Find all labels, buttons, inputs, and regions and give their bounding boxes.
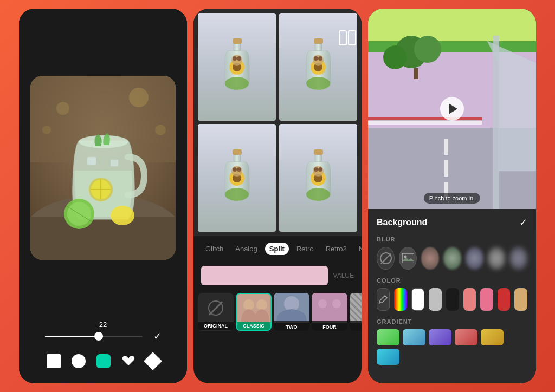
shape-toolbar bbox=[30, 350, 176, 373]
blur-level-4-button[interactable] bbox=[488, 247, 506, 270]
svg-point-54 bbox=[256, 299, 267, 310]
grid-cell-2 bbox=[279, 13, 357, 121]
svg-point-25 bbox=[237, 56, 241, 61]
svg-point-40 bbox=[233, 167, 237, 172]
gradient-green-button[interactable] bbox=[377, 329, 399, 345]
filter-tab-retro[interactable]: Retro bbox=[292, 243, 318, 255]
background-title: Background bbox=[377, 218, 427, 227]
preset-original-button[interactable]: ORIGINAL bbox=[198, 293, 234, 331]
shape-heart-button[interactable] bbox=[121, 354, 135, 368]
svg-point-49 bbox=[318, 167, 322, 172]
grid-cell-4 bbox=[279, 124, 357, 232]
circle-icon bbox=[72, 354, 86, 368]
value-row: VALUE bbox=[193, 262, 362, 290]
svg-point-32 bbox=[314, 56, 318, 61]
gradient-red-button[interactable] bbox=[455, 329, 477, 345]
split-view-icon[interactable] bbox=[339, 30, 356, 45]
pinch-hint: Pinch to zoom in. bbox=[424, 193, 480, 204]
value-label: VALUE bbox=[333, 272, 354, 279]
preset-two-button[interactable]: TWO bbox=[274, 293, 309, 331]
bottle-svg-4 bbox=[301, 148, 336, 208]
slider-thumb[interactable] bbox=[94, 332, 103, 341]
shape-rounded-button[interactable] bbox=[96, 354, 111, 368]
svg-point-75 bbox=[404, 256, 406, 258]
preset-classic-label: CLASSIC bbox=[237, 322, 270, 330]
shape-square-button[interactable] bbox=[47, 354, 61, 368]
main-photo bbox=[30, 76, 176, 260]
blur-level-2-button[interactable] bbox=[443, 247, 461, 270]
svg-rect-67 bbox=[493, 36, 499, 209]
filter-tab-netting[interactable]: Netting bbox=[354, 243, 362, 255]
edit-pen-icon bbox=[378, 295, 388, 304]
svg-point-24 bbox=[233, 56, 237, 61]
value-bar[interactable] bbox=[201, 266, 328, 285]
gradient-section-label: GRADIENT bbox=[377, 318, 527, 325]
blur-level-5-button[interactable] bbox=[509, 247, 527, 270]
gradient-cyan-button[interactable] bbox=[377, 349, 399, 365]
color-black-button[interactable] bbox=[446, 288, 459, 311]
blur-section-label: BLUR bbox=[377, 236, 527, 243]
filter-tab-glitch[interactable]: Glitch bbox=[201, 243, 228, 255]
gradient-blue-button[interactable] bbox=[403, 329, 425, 345]
color-edit-button[interactable] bbox=[377, 288, 390, 311]
bottle-svg-3 bbox=[220, 148, 255, 208]
svg-rect-73 bbox=[368, 121, 482, 125]
color-gray-button[interactable] bbox=[429, 288, 442, 311]
background-confirm-button[interactable]: ✓ bbox=[519, 217, 527, 228]
play-icon bbox=[449, 103, 457, 114]
right-panel: Pinch to zoom in. Background ✓ BLUR bbox=[368, 9, 536, 383]
slider-track[interactable] bbox=[45, 336, 143, 337]
shape-circle-button[interactable] bbox=[72, 354, 86, 368]
play-button[interactable] bbox=[440, 97, 464, 121]
shape-diamond-button[interactable] bbox=[146, 355, 159, 368]
svg-point-53 bbox=[243, 299, 254, 310]
color-section-label: COLOR bbox=[377, 277, 527, 284]
svg-rect-51 bbox=[349, 31, 356, 45]
color-red-button[interactable] bbox=[498, 288, 511, 311]
preset-original-label: ORIGINAL bbox=[198, 322, 234, 330]
color-tan-button[interactable] bbox=[514, 288, 527, 311]
preset-classic-button[interactable]: CLASSIC bbox=[236, 293, 272, 331]
video-preview: Pinch to zoom in. bbox=[368, 9, 536, 209]
slider-confirm-button[interactable]: ✓ bbox=[153, 330, 162, 342]
svg-point-47 bbox=[313, 166, 324, 177]
gradient-yellow-button[interactable] bbox=[481, 329, 504, 345]
image-icon bbox=[402, 253, 414, 263]
svg-point-36 bbox=[225, 188, 249, 201]
color-rainbow-button[interactable] bbox=[394, 288, 407, 311]
svg-point-31 bbox=[313, 55, 324, 66]
svg-rect-72 bbox=[368, 117, 482, 120]
preset-four-button[interactable]: FOUR bbox=[312, 293, 347, 331]
preset-two-label: TWO bbox=[274, 323, 309, 331]
svg-rect-27 bbox=[314, 38, 323, 44]
blur-level-1-button[interactable] bbox=[421, 247, 439, 270]
preset-nine-button[interactable]: NINE bbox=[350, 293, 362, 331]
filter-tab-split[interactable]: Split bbox=[265, 243, 289, 255]
svg-rect-17 bbox=[111, 160, 118, 166]
heart-icon bbox=[121, 354, 135, 368]
svg-rect-35 bbox=[233, 149, 242, 155]
color-white-button[interactable] bbox=[411, 288, 424, 311]
mid-panel: Glitch Analog Split Retro Retro2 Netting… bbox=[193, 9, 362, 383]
slider-container: 22 ✓ bbox=[30, 330, 176, 342]
preset-row: ORIGINAL CLASSIC bbox=[193, 290, 362, 334]
svg-rect-57 bbox=[312, 293, 347, 321]
svg-rect-65 bbox=[444, 160, 448, 177]
square-icon bbox=[47, 354, 61, 368]
no-filter-icon bbox=[208, 300, 223, 316]
svg-point-56 bbox=[284, 296, 299, 311]
svg-point-39 bbox=[231, 166, 242, 177]
blur-level-3-button[interactable] bbox=[466, 247, 483, 270]
svg-point-69 bbox=[414, 36, 441, 63]
color-pink-button[interactable] bbox=[480, 288, 493, 311]
svg-point-70 bbox=[383, 45, 407, 69]
svg-point-28 bbox=[306, 77, 330, 90]
filter-tab-analog[interactable]: Analog bbox=[231, 243, 261, 255]
blur-none-button[interactable] bbox=[377, 247, 395, 270]
blur-image-button[interactable] bbox=[399, 247, 417, 270]
gradient-purple-button[interactable] bbox=[429, 329, 451, 345]
filter-tab-retro2[interactable]: Retro2 bbox=[321, 243, 351, 255]
bottle-svg-1 bbox=[220, 37, 255, 97]
color-salmon-button[interactable] bbox=[463, 288, 476, 311]
bottle-scene-3 bbox=[198, 124, 276, 232]
